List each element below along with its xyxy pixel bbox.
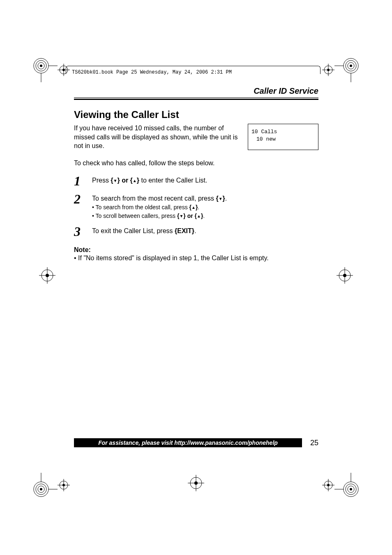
reg-mark-top-left (33, 58, 58, 82)
svg-point-43 (46, 274, 49, 277)
crosshair-icon (322, 64, 334, 76)
crosshair-icon (322, 479, 334, 491)
page-heading: Viewing the Caller List (74, 109, 318, 120)
step-2: 2 To search from the most recent call, p… (74, 192, 318, 220)
step-1: 1 Press {▼} or {▲} to enter the Caller L… (74, 174, 318, 187)
key-down-up: {▼} or {▲} (111, 177, 139, 184)
page-content: Caller ID Service Viewing the Caller Lis… (74, 86, 318, 262)
step-body: To exit the Caller List, press {EXIT}. (92, 225, 318, 238)
footer-assistance-bar: For assistance, please visit http://www.… (74, 438, 302, 447)
registration-target-icon (188, 475, 204, 491)
reg-mark-bottom-right (334, 473, 359, 497)
step-body: To search from the most recent call, pre… (92, 192, 318, 220)
page-footer: For assistance, please visit http://www.… (74, 438, 318, 447)
step-sub-2: • To scroll between callers, press {▼} o… (92, 212, 318, 220)
steps-list: 1 Press {▼} or {▲} to enter the Caller L… (74, 174, 318, 238)
key-exit: {EXIT} (175, 227, 194, 234)
svg-point-27 (62, 69, 65, 71)
lcd-line-1: 10 Calls (251, 128, 315, 136)
svg-point-21 (350, 488, 352, 490)
key-down: {▼} (216, 195, 225, 202)
step-sub-1: • To search from the oldest call, press … (92, 204, 318, 211)
step-number: 3 (74, 225, 85, 238)
registration-target-icon (39, 267, 55, 284)
page-number: 25 (310, 439, 318, 447)
header-frame (66, 66, 321, 74)
svg-point-39 (327, 484, 330, 486)
note-block: Note: • If "No items stored" is displaye… (74, 246, 318, 262)
note-item: • If "No items stored" is displayed in s… (74, 254, 318, 262)
svg-point-51 (194, 481, 198, 485)
svg-point-47 (343, 274, 346, 277)
step-number: 1 (74, 174, 85, 187)
step-3: 3 To exit the Caller List, press {EXIT}. (74, 225, 318, 238)
svg-point-31 (327, 69, 330, 71)
intro-paragraph: If you have received 10 missed calls, th… (74, 124, 243, 150)
crosshair-icon (58, 479, 70, 491)
lcd-line-2: 10 new (251, 136, 315, 143)
reg-mark-bottom-left (33, 473, 58, 497)
divider-thick (74, 99, 318, 100)
key-down-up: {▼} or {▲} (177, 213, 203, 219)
step-number: 2 (74, 192, 85, 220)
divider (74, 97, 318, 98)
reg-mark-top-right (334, 58, 359, 82)
svg-point-9 (350, 65, 352, 67)
section-label: Caller ID Service (74, 86, 318, 96)
registration-target-icon (337, 267, 353, 284)
note-label: Note: (74, 246, 318, 254)
svg-point-15 (40, 488, 42, 490)
lcd-display-example: 10 Calls 10 new (248, 124, 318, 150)
svg-point-3 (40, 65, 42, 67)
instruction-line: To check who has called, follow the step… (74, 160, 318, 167)
step-body: Press {▼} or {▲} to enter the Caller Lis… (92, 174, 318, 187)
svg-point-35 (62, 484, 65, 486)
key-up: {▲} (189, 204, 198, 210)
